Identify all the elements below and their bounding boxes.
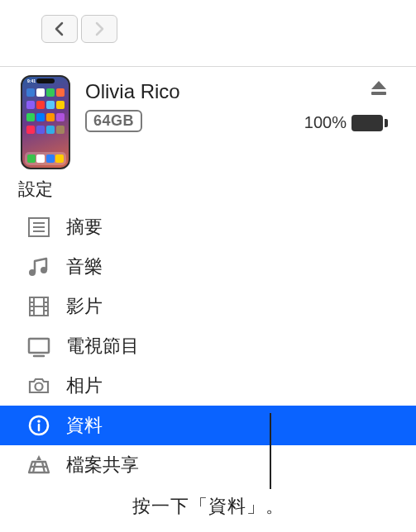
camera-icon [25,372,53,400]
chevron-left-icon [54,21,65,36]
svg-rect-15 [29,339,49,353]
svg-point-6 [41,267,47,273]
section-title: 設定 [0,173,416,207]
sidebar-item-tv[interactable]: 電視節目 [0,326,416,366]
summary-icon [25,213,53,241]
sidebar-item-music[interactable]: 音樂 [0,247,416,287]
svg-point-5 [29,269,36,276]
device-thumbnail: 9:41 [21,75,70,169]
sidebar-item-summary[interactable]: 摘要 [0,207,416,247]
caption: 按一下「資料」。 [0,494,416,519]
callout-line [270,413,271,489]
apps-icon [25,451,53,479]
sidebar-item-file-sharing[interactable]: 檔案共享 [0,445,416,485]
tv-icon [25,332,53,360]
back-button[interactable] [41,15,78,43]
battery-icon [351,115,388,131]
sidebar-item-movies[interactable]: 影片 [0,287,416,326]
svg-point-17 [36,383,43,391]
eject-icon[interactable] [370,80,388,97]
battery-percent: 100% [304,113,347,132]
device-name: Olivia Rico [85,80,289,103]
sidebar-item-label: 摘要 [66,215,103,240]
storage-badge: 64GB [85,110,142,132]
battery-status: 100% [304,113,388,132]
music-icon [25,253,53,281]
forward-button[interactable] [81,15,117,43]
sidebar-item-label: 資料 [66,413,103,438]
chevron-right-icon [93,21,105,36]
film-icon [25,292,53,321]
svg-point-19 [37,420,41,423]
sidebar-item-label: 影片 [66,294,103,319]
sidebar-item-label: 電視節目 [66,334,139,359]
sidebar-item-info[interactable]: 資料 [0,406,416,445]
sidebar-item-photos[interactable]: 相片 [0,366,416,406]
info-icon [25,411,53,439]
svg-rect-0 [371,92,386,95]
toolbar [0,0,416,66]
sidebar-item-label: 相片 [66,373,103,398]
device-header: 9:41 Olivia Rico 64GB 100% [0,67,416,173]
sidebar-item-label: 檔案共享 [66,453,139,477]
sidebar: 摘要 音樂 影片 電視節目 相片 資料 檔案共享 [0,207,416,485]
sidebar-item-label: 音樂 [66,254,103,279]
